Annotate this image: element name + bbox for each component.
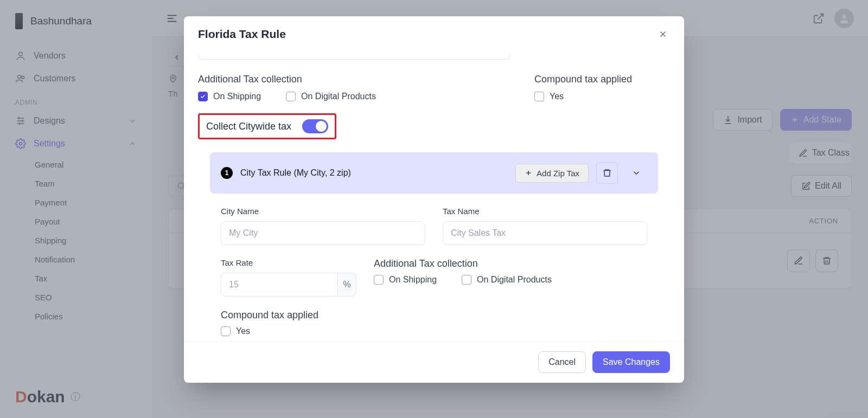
on-shipping-checkbox[interactable]: On Shipping — [198, 92, 261, 101]
compound-tax-label-2: Compound tax applied — [221, 310, 647, 321]
on-digital-checkbox[interactable]: On Digital Products — [286, 92, 376, 101]
city-tax-rule-card: 1 City Tax Rule (My City, 2 zip) Add Zip… — [210, 152, 658, 336]
plus-icon — [525, 169, 532, 177]
cancel-button[interactable]: Cancel — [538, 351, 586, 373]
checkbox-icon — [462, 275, 471, 285]
checkbox-label: Yes — [550, 92, 564, 101]
checkbox-icon — [286, 92, 296, 101]
checkbox-icon — [374, 275, 384, 285]
modal-overlay: Florida Tax Rule Additional Tax collecti… — [0, 0, 868, 418]
rule-compound-yes-checkbox[interactable]: Yes — [221, 326, 647, 336]
checkbox-icon — [198, 92, 208, 101]
checkbox-label: On Shipping — [213, 92, 261, 101]
percent-suffix: % — [338, 273, 356, 297]
compound-tax-label: Compound tax applied — [534, 74, 670, 85]
close-icon[interactable] — [656, 27, 670, 41]
checkbox-label: On Shipping — [389, 275, 437, 285]
checkbox-label: Yes — [236, 326, 250, 336]
delete-rule-button[interactable] — [596, 162, 618, 184]
collect-citywide-label: Collect Citywide tax — [206, 121, 291, 132]
collect-citywide-toggle[interactable] — [302, 119, 328, 133]
collapse-rule-button[interactable] — [626, 162, 647, 184]
city-name-label: City Name — [221, 207, 425, 216]
button-label: Cancel — [548, 357, 576, 367]
button-label: Add Zip Tax — [537, 169, 579, 178]
save-button[interactable]: Save Changes — [592, 351, 670, 373]
tax-name-input[interactable] — [443, 221, 647, 245]
tax-rate-input[interactable] — [221, 273, 338, 297]
modal-title: Florida Tax Rule — [198, 28, 286, 41]
rule-on-shipping-checkbox[interactable]: On Shipping — [374, 275, 437, 285]
checkbox-icon — [221, 326, 231, 336]
truncated-field-above — [198, 54, 510, 60]
rule-number-badge: 1 — [221, 167, 233, 179]
checkbox-icon — [534, 92, 544, 101]
checkbox-label: On Digital Products — [477, 275, 552, 285]
rule-on-digital-checkbox[interactable]: On Digital Products — [462, 275, 552, 285]
city-rule-title: City Tax Rule (My City, 2 zip) — [240, 168, 351, 178]
tax-name-label: Tax Name — [443, 207, 647, 216]
city-name-input[interactable] — [221, 221, 425, 245]
compound-yes-checkbox[interactable]: Yes — [534, 92, 670, 101]
add-zip-tax-button[interactable]: Add Zip Tax — [515, 164, 589, 183]
additional-tax-label-2: Additional Tax collection — [374, 258, 647, 269]
collect-citywide-highlight: Collect Citywide tax — [198, 113, 336, 139]
additional-tax-label: Additional Tax collection — [198, 74, 510, 85]
button-label: Save Changes — [603, 357, 660, 367]
checkbox-label: On Digital Products — [301, 92, 376, 101]
tax-rule-modal: Florida Tax Rule Additional Tax collecti… — [184, 16, 684, 383]
tax-rate-label: Tax Rate — [221, 258, 356, 267]
